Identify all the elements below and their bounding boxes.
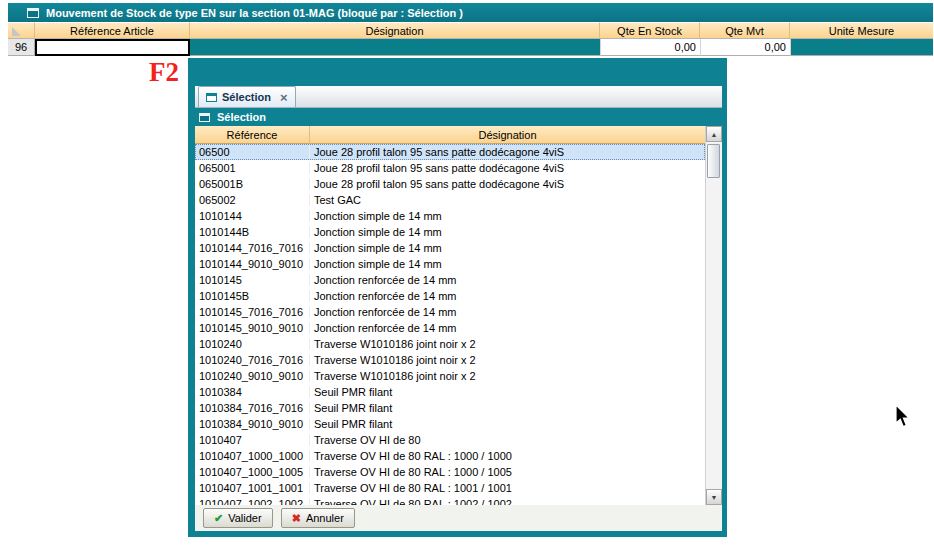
valider-button-label: Valider	[228, 512, 261, 524]
selection-row[interactable]: 1010144_9010_9010 Jonction simple de 14 …	[195, 256, 705, 272]
dialog-titlebar: Sélection	[195, 108, 722, 126]
selection-row-reference: 065001	[195, 162, 310, 174]
selection-row[interactable]: 1010145_9010_9010 Jonction renforcée de …	[195, 320, 705, 336]
tab-close-icon[interactable]: ×	[280, 91, 288, 104]
selection-row-reference: 1010144	[195, 210, 310, 222]
col-header-reference[interactable]: Référence	[195, 126, 310, 144]
selection-row-reference: 1010407_1000_1005	[195, 466, 310, 478]
reference-article-input[interactable]	[35, 39, 190, 56]
scroll-up-button[interactable]: ▲	[706, 126, 722, 142]
form-icon	[206, 93, 217, 102]
selection-row[interactable]: 1010240_9010_9010 Traverse W1010186 join…	[195, 368, 705, 384]
selection-row-reference: 06500	[195, 146, 310, 158]
selection-row-designation: Seuil PMR filant	[310, 402, 705, 414]
col-header-unite-mesure[interactable]: Unité Mesure	[790, 22, 933, 39]
selection-row[interactable]: 1010384_7016_7016 Seuil PMR filant	[195, 400, 705, 416]
tab-label: Sélection	[222, 91, 271, 103]
table-corner-cell[interactable]	[8, 22, 35, 39]
selection-row[interactable]: 065001 Joue 28 profil talon 95 sans patt…	[195, 160, 705, 176]
selection-row[interactable]: 1010240_7016_7016 Traverse W1010186 join…	[195, 352, 705, 368]
annuler-button-label: Annuler	[306, 512, 344, 524]
selection-row-reference: 1010145_9010_9010	[195, 322, 310, 334]
selection-row-designation: Traverse OV HI de 80 RAL : 1000 / 1005	[310, 466, 705, 478]
selection-row-reference: 1010407_1002_1002	[195, 498, 310, 505]
selection-row-designation: Joue 28 profil talon 95 sans patte dodéc…	[310, 162, 705, 174]
selection-row-designation: Traverse W1010186 joint noir x 2	[310, 338, 705, 350]
selection-table-body: 06500 Joue 28 profil talon 95 sans patte…	[195, 144, 705, 505]
designation-cell[interactable]	[190, 39, 600, 56]
selection-row[interactable]: 1010407 Traverse OV HI de 80	[195, 432, 705, 448]
selection-row-reference: 1010240	[195, 338, 310, 350]
valider-button[interactable]: ✔ Valider	[203, 508, 273, 528]
selection-row-reference: 1010384_7016_7016	[195, 402, 310, 414]
selection-row-designation: Joue 28 profil talon 95 sans patte dodéc…	[310, 146, 705, 158]
selection-row[interactable]: 1010145 Jonction renforcée de 14 mm	[195, 272, 705, 288]
col-header-qte-en-stock[interactable]: Qte En Stock	[600, 22, 700, 39]
cancel-icon: ✖	[292, 512, 301, 525]
selection-row-designation: Test GAC	[310, 194, 705, 206]
selection-row-designation: Jonction renforcée de 14 mm	[310, 306, 705, 318]
selection-row[interactable]: 1010407_1001_1001 Traverse OV HI de 80 R…	[195, 480, 705, 496]
scrollbar-thumb[interactable]	[707, 144, 720, 178]
f2-annotation: F2	[149, 57, 179, 88]
qte-en-stock-cell[interactable]: 0,00	[600, 39, 700, 56]
window-icon	[27, 8, 39, 18]
selection-row[interactable]: 065002 Test GAC	[195, 192, 705, 208]
selection-row[interactable]: 1010407_1002_1002 Traverse OV HI de 80 R…	[195, 496, 705, 505]
row-number-cell[interactable]: 96	[8, 39, 35, 56]
selection-row-designation: Jonction renforcée de 14 mm	[310, 274, 705, 286]
main-table-header: Référence Article Désignation Qte En Sto…	[8, 22, 933, 39]
mouse-cursor	[895, 404, 913, 430]
scroll-down-button[interactable]: ▼	[706, 489, 722, 505]
selection-row[interactable]: 1010144B Jonction simple de 14 mm	[195, 224, 705, 240]
unite-mesure-cell[interactable]	[790, 39, 933, 56]
selection-row[interactable]: 1010407_1000_1000 Traverse OV HI de 80 R…	[195, 448, 705, 464]
selection-row[interactable]: 06500 Joue 28 profil talon 95 sans patte…	[195, 144, 705, 160]
selection-row-designation: Jonction simple de 14 mm	[310, 242, 705, 254]
selection-row-designation: Jonction renforcée de 14 mm	[310, 290, 705, 302]
qte-mvt-cell[interactable]: 0,00	[700, 39, 790, 56]
selection-row[interactable]: 1010240 Traverse W1010186 joint noir x 2	[195, 336, 705, 352]
selection-row[interactable]: 065001B Joue 28 profil talon 95 sans pat…	[195, 176, 705, 192]
selection-row-designation: Jonction renforcée de 14 mm	[310, 322, 705, 334]
selection-row[interactable]: 1010145_7016_7016 Jonction renforcée de …	[195, 304, 705, 320]
selection-row-designation: Traverse OV HI de 80 RAL : 1002 / 1002	[310, 498, 705, 505]
dialog-button-bar: ✔ Valider ✖ Annuler	[195, 505, 722, 531]
selection-row-designation: Seuil PMR filant	[310, 386, 705, 398]
selection-table: Référence Désignation 06500 Joue 28 prof…	[195, 126, 722, 505]
selection-dialog: Sélection × Sélection Référence Désignat…	[188, 58, 727, 537]
col-header-reference-article[interactable]: Référence Article	[35, 22, 190, 39]
selection-row-designation: Traverse W1010186 joint noir x 2	[310, 370, 705, 382]
selection-row-reference: 1010144_7016_7016	[195, 242, 310, 254]
dialog-title: Sélection	[217, 111, 266, 123]
tab-selection[interactable]: Sélection ×	[198, 86, 296, 107]
selection-row[interactable]: 1010384 Seuil PMR filant	[195, 384, 705, 400]
vertical-scrollbar[interactable]: ▲ ▼	[705, 126, 722, 505]
selection-row[interactable]: 1010384_9010_9010 Seuil PMR filant	[195, 416, 705, 432]
selection-row-designation: Jonction simple de 14 mm	[310, 226, 705, 238]
col-header-designation[interactable]: Désignation	[190, 22, 600, 39]
selection-row[interactable]: 1010407_1000_1005 Traverse OV HI de 80 R…	[195, 464, 705, 480]
selection-row-reference: 1010144_9010_9010	[195, 258, 310, 270]
check-icon: ✔	[214, 512, 223, 525]
selection-row-reference: 1010145	[195, 274, 310, 286]
selection-row-designation: Jonction simple de 14 mm	[310, 210, 705, 222]
selection-row-reference: 1010145_7016_7016	[195, 306, 310, 318]
selection-row[interactable]: 1010144_7016_7016 Jonction simple de 14 …	[195, 240, 705, 256]
selection-row-reference: 1010384	[195, 386, 310, 398]
selection-row-reference: 065002	[195, 194, 310, 206]
window-titlebar: Mouvement de Stock de type EN sur la sec…	[8, 3, 933, 22]
dialog-tabbar: Sélection ×	[195, 86, 722, 108]
selection-row-designation: Traverse OV HI de 80 RAL : 1000 / 1000	[310, 450, 705, 462]
scrollbar-track[interactable]	[706, 142, 722, 489]
main-table-row: 96 0,00 0,00	[8, 39, 933, 56]
selection-row[interactable]: 1010144 Jonction simple de 14 mm	[195, 208, 705, 224]
selection-row-reference: 1010145B	[195, 290, 310, 302]
selection-row-designation: Joue 28 profil talon 95 sans patte dodéc…	[310, 178, 705, 190]
selection-table-header: Référence Désignation	[195, 126, 705, 144]
annuler-button[interactable]: ✖ Annuler	[281, 508, 355, 528]
col-header-designation-dialog[interactable]: Désignation	[310, 126, 705, 144]
col-header-qte-mvt[interactable]: Qte Mvt	[700, 22, 790, 39]
selection-row[interactable]: 1010145B Jonction renforcée de 14 mm	[195, 288, 705, 304]
stock-movement-window: Mouvement de Stock de type EN sur la sec…	[8, 3, 933, 56]
